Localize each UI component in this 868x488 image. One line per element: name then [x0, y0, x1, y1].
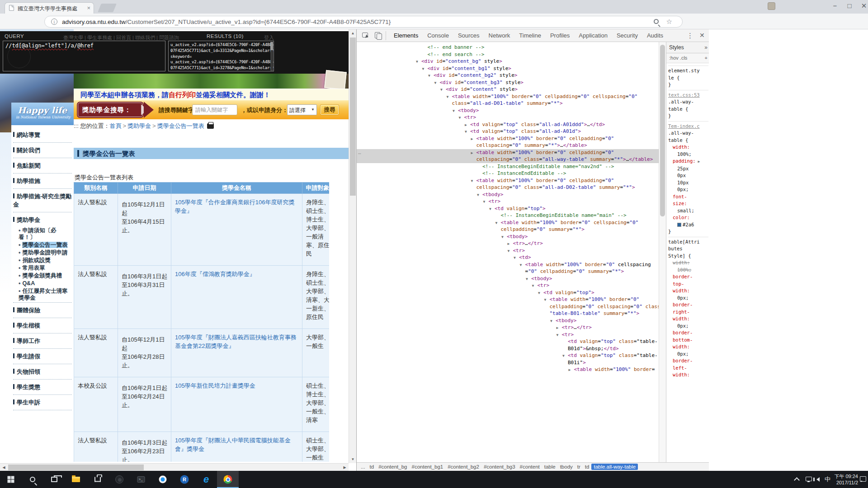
expand-arrow-closed-icon[interactable]: ▶: [557, 324, 559, 332]
tree-node[interactable]: ▼<table width="100%" border="0" cellpadd…: [357, 93, 659, 100]
expand-arrow-open-icon[interactable]: ▼: [538, 290, 540, 297]
elements-scroll-thumb[interactable]: [660, 45, 665, 216]
style-line[interactable]: table {: [668, 106, 708, 113]
expand-arrow-open-icon[interactable]: ▼: [544, 296, 547, 304]
expand-arrow-open-icon[interactable]: ▼: [508, 248, 510, 255]
tree-node[interactable]: <!-- end search -->: [357, 51, 659, 58]
tree-node[interactable]: ▼<tbody>: [357, 107, 659, 114]
tree-node[interactable]: ▼<div id="content_bg3" style>: [357, 79, 659, 86]
style-line[interactable]: border-: [668, 273, 708, 281]
action-center-button[interactable]: [860, 471, 867, 488]
dom-breadcrumb[interactable]: #content_bg2: [445, 464, 481, 470]
tree-node[interactable]: …▶<table width="100%" border="0" cellpad…: [357, 149, 659, 156]
clock[interactable]: 下午 09:242017/11/2: [832, 471, 858, 488]
edge-button[interactable]: e: [195, 471, 217, 488]
xpath-results-box[interactable]: u_active_v2.asp?id={6744E5C6-790F-420F-A…: [168, 41, 274, 71]
sidebar-item[interactable]: 失物招領: [12, 365, 73, 379]
tree-node[interactable]: ▼<table width="100%" border="0" cellpadd…: [357, 177, 659, 184]
tree-node[interactable]: <!-- end banner -->: [357, 44, 659, 51]
style-line[interactable]: Tem-index.c: [668, 121, 708, 130]
sidebar-subitem[interactable]: •常用表單: [12, 264, 73, 272]
style-line[interactable]: table {: [668, 137, 708, 144]
tree-node[interactable]: B01i">: [357, 359, 659, 366]
scroll-up-icon[interactable]: ▲: [349, 29, 357, 37]
result-line[interactable]: u_active_v2.asp?id={6744E5C6-790F-420F-A…: [170, 42, 270, 48]
tree-node[interactable]: ▶<td valign="top" class="all-ad-A01ddd">…: [357, 121, 659, 128]
page-horizontal-scrollbar[interactable]: ◀ ▶: [0, 463, 349, 471]
class-button[interactable]: .cls: [680, 55, 688, 61]
tree-node[interactable]: ▶<table width="100%" border=: [357, 366, 659, 373]
style-line[interactable]: 0px;: [668, 351, 708, 358]
expand-arrow-open-icon[interactable]: ▼: [520, 262, 522, 269]
task-view-button[interactable]: [43, 471, 65, 488]
window-minimize-button[interactable]: −: [829, 2, 841, 9]
sidebar-item[interactable]: 助學措施-研究生獎勵金: [12, 189, 73, 211]
expand-arrow-open-icon[interactable]: ▼: [434, 80, 437, 87]
style-line[interactable]: left-: [668, 365, 708, 372]
terminal-button[interactable]: >_: [130, 471, 152, 488]
site-info-icon[interactable]: i: [51, 19, 57, 25]
devtools-close-icon[interactable]: ✕: [699, 32, 705, 39]
tree-node[interactable]: ▼<tbody>: [357, 191, 659, 198]
dom-breadcrumb[interactable]: tbody: [558, 464, 575, 470]
devtools-tab-application[interactable]: Application: [574, 29, 612, 42]
identity-select[interactable]: 請選擇▼: [287, 104, 317, 115]
address-bar[interactable]: i advisory.osa.ntu.edu.tw/CustomerSet/20…: [44, 16, 683, 28]
expand-arrow-open-icon[interactable]: ▼: [501, 234, 504, 241]
sidebar-subitem[interactable]: •獎學金頒獎典禮: [12, 272, 73, 280]
expand-arrow-open-icon[interactable]: ▼: [557, 332, 559, 339]
style-line[interactable]: le {: [668, 75, 708, 82]
devtools-tab-sources[interactable]: Sources: [453, 29, 484, 42]
expand-arrow-open-icon[interactable]: ▼: [483, 198, 486, 206]
tree-node[interactable]: <!-- InstanceEndEditable -->: [357, 170, 659, 177]
file-explorer-button[interactable]: [65, 471, 87, 488]
tray-volume-button[interactable]: [816, 471, 823, 488]
style-line[interactable]: .all-way-: [668, 130, 708, 137]
style-line[interactable]: element.sty: [668, 66, 708, 75]
tree-node[interactable]: ▼<td valign="top" class="table-: [357, 352, 659, 359]
expand-arrow-open-icon[interactable]: ▼: [465, 128, 467, 136]
tree-node[interactable]: ▼<tr>: [357, 282, 659, 289]
messenger-button[interactable]: [152, 471, 174, 488]
horizontal-scroll-thumb[interactable]: [8, 465, 144, 470]
tree-node[interactable]: ▼<td valign="top" class="all-ad-A01d">: [357, 128, 659, 135]
tree-node[interactable]: cellpadding="0" cellspacing="0" class=: [357, 303, 659, 310]
style-line[interactable]: width:: [668, 287, 708, 295]
sidebar-item[interactable]: 學生申訴: [12, 395, 73, 409]
scholarship-link[interactable]: 105學年新住民培力計畫獎學金: [175, 382, 255, 389]
dom-breadcrumb[interactable]: table: [542, 464, 558, 470]
style-line[interactable]: 10px: [668, 179, 708, 187]
expand-arrow-open-icon[interactable]: ▼: [422, 66, 425, 73]
store-button[interactable]: [87, 471, 108, 488]
expand-arrow-open-icon[interactable]: ▼: [489, 206, 491, 213]
sidebar-item[interactable]: 助學措施: [12, 174, 73, 188]
expand-arrow-open-icon[interactable]: ▼: [416, 58, 418, 66]
ime-indicator[interactable]: 中: [825, 471, 831, 488]
expand-arrow-open-icon[interactable]: ▼: [471, 178, 473, 185]
shorthand-expand-icon[interactable]: ▶: [696, 160, 700, 164]
style-line[interactable]: right-: [668, 309, 708, 316]
hover-state-button[interactable]: :hov: [669, 55, 679, 61]
sidebar-item[interactable]: 學生請假: [12, 349, 73, 363]
page-vertical-scrollbar[interactable]: ▲ ▼: [349, 29, 356, 463]
tree-node[interactable]: ▶<table width="100%" border="0" cellpadd…: [357, 135, 659, 142]
expand-arrow-closed-icon[interactable]: ▶: [569, 366, 571, 374]
tree-node[interactable]: ▼<tr>: [357, 247, 659, 254]
style-line[interactable]: font-: [668, 193, 708, 201]
zoom-indicator-icon[interactable]: [654, 19, 659, 24]
start-button[interactable]: [0, 471, 22, 488]
style-line[interactable]: color:: [668, 214, 708, 221]
expand-arrow-open-icon[interactable]: ▼: [495, 220, 498, 227]
keyword-input[interactable]: [192, 104, 237, 115]
tree-node[interactable]: ="0" cellpadding="0" summary="*">: [357, 268, 659, 275]
expand-arrow-open-icon[interactable]: ▼: [514, 254, 516, 262]
scholarship-link[interactable]: 105學年度『財團法人中華民國電腦技能基金會』獎學金: [175, 437, 291, 452]
devtools-tab-timeline[interactable]: Timeline: [514, 29, 546, 42]
dom-breadcrumb[interactable]: table.all-way-table: [591, 464, 638, 470]
dom-breadcrumb[interactable]: #content_bg3: [481, 464, 518, 470]
sidebar-item[interactable]: 團體保險: [12, 303, 73, 317]
style-line[interactable]: size:: [668, 200, 708, 207]
devtools-menu-icon[interactable]: ⋮: [687, 32, 693, 40]
devtools-tab-console[interactable]: Console: [423, 29, 453, 42]
tray-expand-button[interactable]: [795, 471, 801, 488]
